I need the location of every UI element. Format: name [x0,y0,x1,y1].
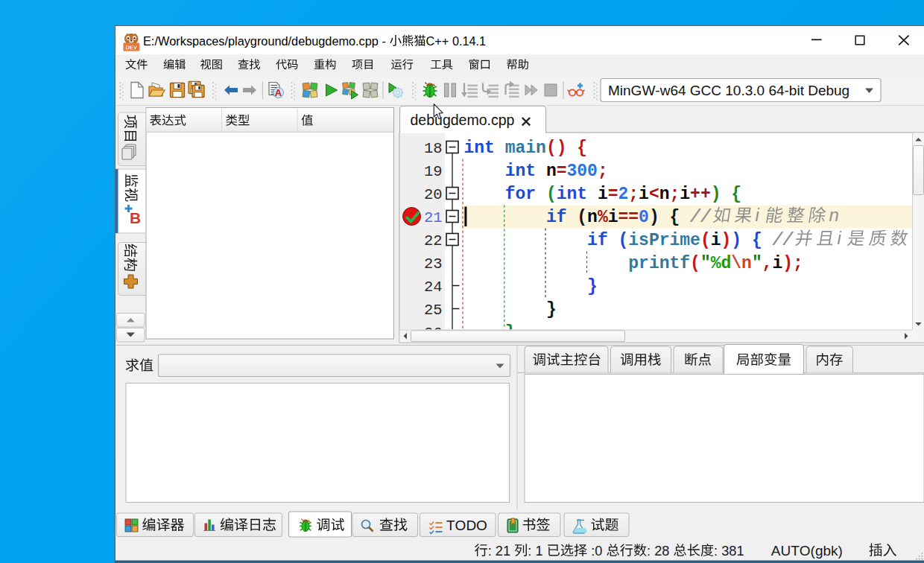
svg-text:): ) [557,139,567,158]
svg-text:TODO: TODO [446,518,487,533]
svg-text:AUTO(gbk): AUTO(gbk) [771,543,843,559]
svg-text:): ) [782,254,793,273]
svg-text:C++ 0.14.1: C++ 0.14.1 [426,34,487,48]
svg-text:: 381: : 381 [714,544,744,559]
svg-text:%: % [598,208,608,227]
svg-text:=: = [557,162,567,181]
svg-text:;: ; [793,254,803,273]
svg-text:,: , [762,254,773,273]
svg-text:18: 18 [424,140,443,157]
svg-text:": " [752,254,762,273]
svg-text:i: i [608,208,618,227]
svg-text:n: n [587,208,598,227]
svg-text:int: int [557,185,587,204]
svg-text:(: ( [577,208,587,227]
svg-text:): ) [721,231,732,250]
svg-text:(: ( [546,139,557,158]
svg-text:i: i [711,231,721,250]
svg-text:i: i [773,254,783,273]
svg-text:19: 19 [424,163,443,180]
svg-text:printf: printf [628,254,690,273]
svg-text:: 1: : 1 [528,544,546,559]
svg-text:": " [700,254,711,273]
svg-text:{: { [752,231,762,250]
svg-text:i: i [680,185,690,204]
svg-text:i: i [838,228,842,248]
svg-text:if: if [546,208,567,227]
svg-text:{: { [731,185,741,204]
svg-text:(: ( [546,185,557,204]
svg-text:;: ; [670,185,680,204]
svg-text:\n: \n [731,254,752,273]
svg-text:<: < [649,185,659,204]
svg-text:i: i [598,185,608,204]
svg-text:debugdemo.cpp: debugdemo.cpp [411,112,515,128]
svg-text:MinGW-w64 GCC 10.3.0 64-bit De: MinGW-w64 GCC 10.3.0 64-bit Debug [608,83,849,98]
svg-text:n: n [829,205,839,225]
svg-text:(: ( [618,231,629,250]
svg-text:): ) [649,208,659,227]
svg-text:=: = [608,185,618,204]
svg-text::0: :0 [587,544,606,559]
svg-text:i: i [756,205,760,225]
svg-text:21: 21 [424,209,443,226]
svg-text:{: { [577,139,587,158]
svg-text:main: main [505,139,546,158]
svg-text:A: A [275,87,282,98]
svg-text:20: 20 [424,186,443,203]
svg-text:;: ; [598,162,608,181]
svg-text:n: n [546,162,557,181]
svg-text:22: 22 [424,232,443,249]
svg-text:==: == [618,208,639,227]
svg-text:23: 23 [424,255,443,273]
svg-text:): ) [731,231,741,250]
svg-text:2: 2 [618,185,629,204]
svg-text:if: if [587,231,608,250]
svg-text:i: i [639,185,649,204]
svg-text:isPrime: isPrime [628,231,700,250]
svg-text:: 28: : 28 [647,544,673,559]
svg-text:++: ++ [690,185,711,204]
svg-text:;: ; [628,185,639,204]
svg-text:}: } [546,300,557,319]
svg-text:int: int [505,162,536,181]
svg-text:DEV: DEV [126,44,137,51]
svg-text:}: } [587,277,598,296]
svg-text:int: int [464,139,495,158]
svg-text:): ) [711,185,721,204]
svg-text:for: for [505,185,536,204]
svg-text:300: 300 [567,162,598,181]
svg-text:0: 0 [639,208,649,227]
svg-text:(: ( [700,231,711,250]
svg-text:24: 24 [424,279,443,296]
svg-text:(: ( [690,254,700,273]
svg-text://: // [689,208,712,227]
svg-text:{: { [670,208,680,227]
svg-text:25: 25 [424,302,443,319]
svg-text:B: B [130,209,141,226]
svg-text:%d: %d [711,254,732,273]
svg-text://: // [772,231,794,250]
svg-text:: 21: : 21 [488,544,514,559]
svg-text:n: n [659,185,670,204]
svg-text:E:/Workspaces/playground/debug: E:/Workspaces/playground/debugdemo.cpp - [143,34,389,48]
